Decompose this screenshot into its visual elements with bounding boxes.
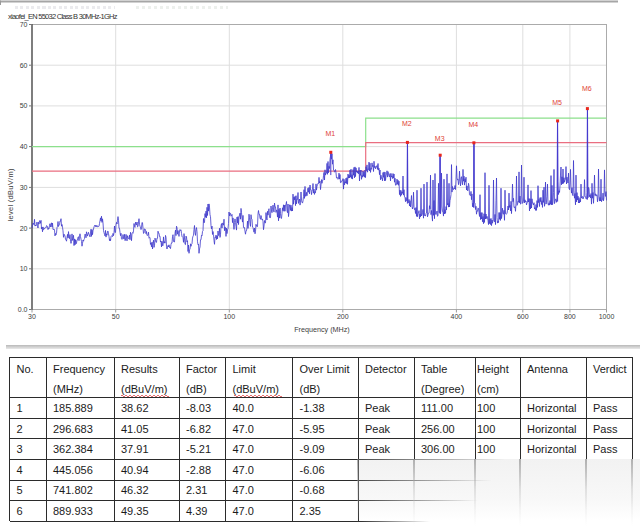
svg-text:70: 70 [20, 21, 28, 28]
svg-text:10: 10 [20, 265, 28, 272]
svg-text:M4: M4 [469, 121, 479, 128]
svg-text:M1: M1 [325, 130, 335, 137]
svg-text:100: 100 [223, 313, 235, 320]
svg-text:400: 400 [451, 313, 463, 320]
svg-text:0.0: 0.0 [18, 306, 28, 313]
svg-text:level (dBuV/m): level (dBuV/m) [6, 168, 15, 222]
svg-text:M3: M3 [435, 135, 445, 142]
svg-text:1000: 1000 [599, 313, 615, 320]
svg-text:50: 50 [112, 313, 120, 320]
svg-text:xiaofei_EN 55032 Class B 30MHz: xiaofei_EN 55032 Class B 30MHz-1GHz [8, 12, 118, 21]
svg-text:600: 600 [517, 313, 529, 320]
svg-text:200: 200 [337, 313, 349, 320]
svg-text:M2: M2 [402, 120, 412, 127]
svg-text:20: 20 [20, 225, 28, 232]
svg-text:40: 40 [20, 143, 28, 150]
svg-text:60: 60 [20, 62, 28, 69]
svg-text:50: 50 [20, 102, 28, 109]
svg-text:M6: M6 [582, 85, 592, 92]
svg-text:Frequency (MHz): Frequency (MHz) [294, 325, 350, 334]
svg-text:M5: M5 [552, 99, 562, 106]
svg-text:30: 30 [20, 184, 28, 191]
svg-text:30: 30 [28, 313, 36, 320]
svg-text:800: 800 [564, 313, 576, 320]
